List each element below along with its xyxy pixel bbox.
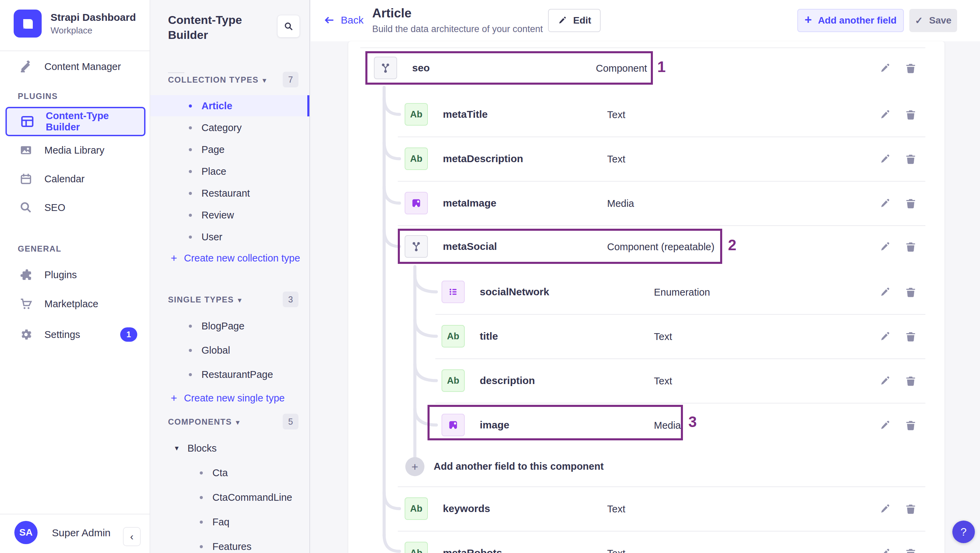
section-plugins: PLUGINS bbox=[18, 92, 58, 101]
sidebar-item-content-manager[interactable]: Content Manager bbox=[5, 52, 145, 81]
save-button[interactable]: ✓ Save bbox=[909, 9, 957, 32]
collection-types-count: 7 bbox=[283, 72, 298, 87]
delete-field-button[interactable] bbox=[903, 329, 918, 344]
media-field-icon bbox=[405, 192, 428, 215]
avatar[interactable]: SA bbox=[14, 521, 38, 544]
create-single-type-link[interactable]: + Create new single type bbox=[171, 388, 285, 408]
subnav-item-features[interactable]: Features bbox=[150, 536, 309, 553]
page-subtitle: Build the data architecture of your cont… bbox=[372, 24, 543, 35]
field-name: metaSocial bbox=[443, 241, 497, 252]
delete-field-button[interactable] bbox=[903, 239, 918, 254]
collection-types-header[interactable]: COLLECTION TYPES▾ bbox=[168, 75, 267, 85]
sidebar-item-plugins[interactable]: Plugins bbox=[5, 260, 145, 289]
edit-field-button[interactable] bbox=[878, 329, 892, 344]
workspace-brand[interactable]: Strapi Dashboard Workplace bbox=[14, 10, 136, 38]
bullet-icon bbox=[189, 349, 192, 352]
media-field-icon bbox=[442, 414, 465, 436]
text-field-icon: Ab bbox=[405, 148, 428, 170]
sidebar-item-media-library[interactable]: Media Library bbox=[5, 135, 145, 165]
subnav-title: Content-Type Builder bbox=[168, 12, 270, 42]
edit-field-button[interactable] bbox=[878, 546, 892, 553]
collapse-sidebar-button[interactable]: ‹ bbox=[123, 527, 141, 546]
subnav-item-restaurantpage[interactable]: RestaurantPage bbox=[150, 364, 309, 385]
field-type: Text bbox=[607, 109, 625, 121]
create-collection-type-link[interactable]: + Create new collection type bbox=[171, 248, 300, 268]
components-header[interactable]: COMPONENTS▾ bbox=[168, 417, 240, 427]
edit-field-button[interactable] bbox=[878, 152, 892, 167]
delete-field-button[interactable] bbox=[903, 285, 918, 300]
sidebar-item-label: SEO bbox=[45, 202, 65, 213]
subnav-item-faq[interactable]: Faq bbox=[150, 512, 309, 532]
sidebar-item-seo[interactable]: SEO bbox=[5, 193, 145, 222]
bullet-icon bbox=[189, 214, 192, 217]
subnav-item-ctacommandline[interactable]: CtaCommandLine bbox=[150, 487, 309, 508]
help-button[interactable]: ? bbox=[952, 521, 975, 543]
subnav-item-page[interactable]: Page bbox=[150, 139, 309, 160]
add-field-to-component-button[interactable]: + Add another field to this component bbox=[348, 445, 945, 489]
edit-field-button[interactable] bbox=[878, 239, 892, 254]
subnav-item-blogpage[interactable]: BlogPage bbox=[150, 315, 309, 337]
subnav-item-article[interactable]: Article bbox=[150, 95, 309, 116]
sidebar-item-calendar[interactable]: Calendar bbox=[5, 164, 145, 194]
table-row-socialnetwork: socialNetwork Enumeration bbox=[348, 270, 945, 314]
single-types-header[interactable]: SINGLE TYPES▾ bbox=[168, 295, 242, 305]
table-row-metarobots: Ab metaRobots Text bbox=[348, 531, 945, 553]
bullet-icon bbox=[189, 373, 192, 376]
subnav-item-review[interactable]: Review bbox=[150, 205, 309, 226]
subnav-item-user[interactable]: User bbox=[150, 226, 309, 248]
subnav-item-category[interactable]: Category bbox=[150, 117, 309, 138]
sidebar-item-marketplace[interactable]: Marketplace bbox=[5, 289, 145, 318]
edit-button[interactable]: Edit bbox=[548, 9, 601, 32]
user-name: Super Admin bbox=[52, 527, 111, 539]
content-manager-icon bbox=[18, 59, 33, 74]
bullet-icon bbox=[189, 192, 192, 195]
subnav-item-cta[interactable]: Cta bbox=[150, 462, 309, 483]
table-row-metasocial: metaSocial Component (repeatable) bbox=[348, 224, 945, 269]
field-type: Component (repeatable) bbox=[607, 242, 714, 253]
component-field-icon bbox=[374, 57, 397, 79]
table-row-keywords: Ab keywords Text bbox=[348, 486, 945, 531]
check-icon: ✓ bbox=[915, 15, 923, 26]
field-type: Text bbox=[607, 504, 625, 515]
back-button[interactable]: Back bbox=[324, 14, 364, 26]
subnav-item-restaurant[interactable]: Restaurant bbox=[150, 183, 309, 204]
search-icon bbox=[283, 21, 294, 32]
subnav-item-place[interactable]: Place bbox=[150, 161, 309, 182]
edit-field-button[interactable] bbox=[878, 373, 892, 388]
subnav-item-global[interactable]: Global bbox=[150, 340, 309, 361]
delete-field-button[interactable] bbox=[903, 373, 918, 388]
component-group-blocks[interactable]: ▾ Blocks bbox=[150, 438, 309, 459]
enumeration-field-icon bbox=[442, 281, 465, 303]
edit-field-button[interactable] bbox=[878, 61, 892, 76]
text-field-icon: Ab bbox=[442, 369, 465, 392]
edit-field-button[interactable] bbox=[878, 285, 892, 300]
field-type: Enumeration bbox=[654, 287, 710, 298]
text-field-icon: Ab bbox=[442, 325, 465, 348]
edit-field-button[interactable] bbox=[878, 107, 892, 122]
settings-notification-badge: 1 bbox=[120, 327, 137, 342]
delete-field-button[interactable] bbox=[903, 418, 918, 433]
delete-field-button[interactable] bbox=[903, 546, 918, 553]
table-row-metatitle: Ab metaTitle Text bbox=[348, 92, 945, 137]
add-another-field-button[interactable]: + Add another field bbox=[797, 9, 904, 32]
delete-field-button[interactable] bbox=[903, 501, 918, 516]
edit-field-button[interactable] bbox=[878, 418, 892, 433]
delete-field-button[interactable] bbox=[903, 196, 918, 211]
components-count: 5 bbox=[283, 414, 298, 429]
sidebar-item-content-type-builder[interactable]: Content-Type Builder bbox=[5, 107, 145, 136]
search-button[interactable] bbox=[277, 15, 300, 38]
sidebar-item-label: Media Library bbox=[45, 145, 105, 156]
chevron-down-icon: ▾ bbox=[262, 76, 267, 84]
delete-field-button[interactable] bbox=[903, 61, 918, 76]
divider bbox=[168, 72, 185, 73]
delete-field-button[interactable] bbox=[903, 152, 918, 167]
main-sidebar: Strapi Dashboard Workplace Content Manag… bbox=[0, 0, 150, 553]
edit-field-button[interactable] bbox=[878, 501, 892, 516]
bullet-icon bbox=[200, 521, 203, 524]
delete-field-button[interactable] bbox=[903, 107, 918, 122]
field-type: Component bbox=[596, 63, 647, 74]
content-type-builder-icon bbox=[20, 114, 35, 129]
bullet-icon bbox=[189, 170, 192, 173]
field-name: metaRobots bbox=[443, 547, 502, 553]
edit-field-button[interactable] bbox=[878, 196, 892, 211]
